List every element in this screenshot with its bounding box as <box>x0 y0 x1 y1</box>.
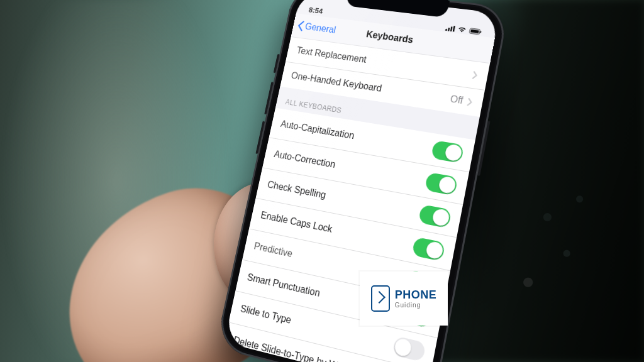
row-label: Auto-Correction <box>273 149 336 170</box>
wifi-icon <box>457 26 467 33</box>
svg-rect-3 <box>453 26 455 32</box>
row-label: Text Replacement <box>296 45 367 65</box>
svg-rect-1 <box>448 28 450 31</box>
toggle-check-spelling[interactable] <box>418 204 452 228</box>
svg-rect-6 <box>480 31 481 33</box>
toggle-auto-correction[interactable] <box>425 172 458 196</box>
battery-icon <box>469 28 483 35</box>
row-label: Enable Caps Lock <box>260 210 333 235</box>
back-button[interactable]: General <box>296 14 338 42</box>
row-value: Off <box>449 94 464 106</box>
svg-rect-0 <box>445 29 447 31</box>
back-label: General <box>304 21 337 35</box>
toggle-auto-capitalization[interactable] <box>431 140 464 163</box>
watermark-line1: PHONE <box>395 289 437 300</box>
watermark-badge: PHONE Guiding <box>360 272 448 326</box>
row-label: Smart Punctuation <box>247 272 321 299</box>
chevron-left-icon <box>297 21 305 31</box>
watermark-line2: Guiding <box>395 302 437 309</box>
row-label: Predictive <box>253 241 293 260</box>
row-label: Slide to Type <box>240 303 292 326</box>
photo-scene: 8:54 General Keyboards <box>0 0 644 362</box>
toggle-slide-to-type[interactable] <box>392 336 426 362</box>
row-label: Check Spelling <box>267 179 327 200</box>
chevron-right-icon <box>472 71 479 79</box>
page-title: Keyboards <box>365 29 414 45</box>
svg-rect-2 <box>450 26 453 31</box>
toggle-enable-caps-lock[interactable] <box>412 237 446 261</box>
phone-outline-icon <box>371 285 390 312</box>
chevron-right-icon <box>467 97 474 106</box>
svg-rect-5 <box>470 30 479 33</box>
status-time: 8:54 <box>308 6 324 16</box>
row-label: Auto-Capitalization <box>280 119 355 141</box>
signal-icon <box>445 25 456 32</box>
